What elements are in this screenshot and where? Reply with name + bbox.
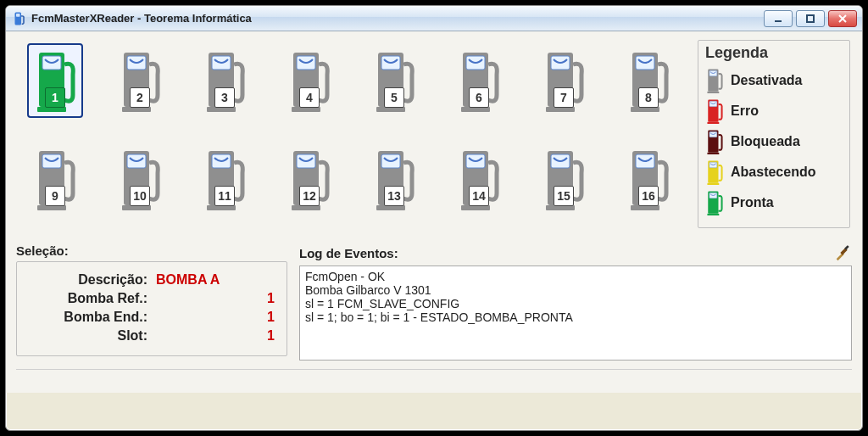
pump-number: 12 [299, 186, 320, 206]
pump-number: 4 [299, 87, 320, 108]
log-title: Log de Eventos: [299, 246, 398, 260]
legend-item-pronta: Pronta [705, 187, 841, 218]
pump-number: 11 [214, 186, 235, 206]
pump-2[interactable]: 2 [112, 43, 168, 118]
pump-number: 14 [469, 186, 489, 206]
pump-icon [705, 159, 724, 186]
pump-icon [705, 67, 724, 94]
legend-label: Abastecendo [731, 165, 815, 180]
pump-number: 8 [638, 87, 659, 108]
window-title: FcmMasterXReader - Teorema Informática [31, 12, 764, 25]
legend-item-abastecendo: Abastecendo [705, 157, 841, 187]
pump-8[interactable]: 8 [620, 43, 676, 118]
pump-number: 6 [469, 87, 489, 108]
pump-icon [705, 189, 724, 216]
pump-6[interactable]: 6 [451, 43, 507, 118]
pump-icon [705, 128, 724, 155]
pump-number: 3 [214, 87, 235, 108]
pump-11[interactable]: 11 [197, 142, 253, 216]
svg-rect-54 [707, 92, 719, 93]
pump-15[interactable]: 15 [536, 142, 592, 216]
minimize-button[interactable] [764, 10, 793, 27]
svg-rect-2 [775, 20, 782, 22]
selection-slot-value: 1 [181, 328, 275, 344]
legend-title: Legenda [705, 44, 841, 62]
svg-rect-60 [707, 153, 719, 154]
pump-number: 13 [384, 186, 404, 206]
legend-item-bloqueada: Bloqueada [705, 126, 841, 157]
pump-number: 10 [130, 186, 150, 206]
legend-label: Erro [731, 103, 759, 119]
pump-10[interactable]: 10 [112, 142, 168, 216]
selection-slot-label: Slot: [29, 328, 147, 344]
legend-item-desativada: Desativada [705, 65, 841, 96]
svg-rect-3 [807, 15, 814, 22]
pump-grid: 1 2 3 4 5 6 [16, 40, 687, 228]
selection-desc-label: Descrição: [29, 272, 147, 288]
legend-label: Desativada [731, 73, 803, 88]
pump-9[interactable]: 9 [27, 142, 83, 216]
svg-rect-57 [707, 122, 719, 124]
window-buttons [764, 10, 857, 27]
selection-ref-value: 1 [181, 291, 275, 306]
svg-rect-66 [707, 214, 719, 215]
pump-13[interactable]: 13 [366, 142, 422, 216]
pump-number: 9 [45, 186, 65, 206]
pump-number: 1 [45, 87, 65, 108]
pump-12[interactable]: 12 [281, 142, 337, 216]
pump-5[interactable]: 5 [366, 43, 422, 118]
legend-label: Bloqueada [731, 134, 800, 149]
selection-title: Seleção: [16, 243, 287, 258]
pump-number: 2 [130, 87, 150, 108]
log-textarea[interactable]: FcmOpen - OK Bomba Gilbarco V 1301 sl = … [299, 266, 852, 361]
pump-14[interactable]: 14 [451, 142, 507, 216]
log-panel: Log de Eventos: FcmOpen - OK Bomba Gilba… [299, 243, 852, 361]
pump-1[interactable]: 1 [27, 43, 83, 118]
selection-ref-label: Bomba Ref.: [29, 291, 147, 306]
pump-number: 5 [384, 87, 404, 108]
pump-number: 16 [638, 186, 659, 206]
selection-end-label: Bomba End.: [29, 310, 147, 325]
selection-desc-value: BOMBA A [147, 272, 275, 288]
svg-rect-63 [707, 183, 719, 185]
pump-4[interactable]: 4 [281, 43, 337, 118]
content-area: 1 2 3 4 5 6 [6, 31, 862, 393]
pump-7[interactable]: 7 [536, 43, 592, 118]
clear-log-button[interactable] [833, 243, 852, 262]
selection-panel: Seleção: Descrição: BOMBA A Bomba Ref.: … [16, 243, 287, 356]
app-window: FcmMasterXReader - Teorema Informática 1 [5, 5, 863, 431]
pump-number: 15 [554, 186, 574, 206]
legend-panel: Legenda Desativada Erro Bloqueada Abaste… [698, 40, 850, 228]
svg-rect-1 [16, 14, 20, 17]
app-icon [11, 11, 26, 26]
selection-box: Descrição: BOMBA A Bomba Ref.: 1 Bomba E… [16, 261, 287, 356]
pump-number: 7 [554, 87, 574, 108]
maximize-button[interactable] [796, 10, 825, 27]
legend-label: Pronta [731, 195, 774, 210]
legend-item-erro: Erro [705, 96, 841, 126]
status-bar [16, 369, 852, 388]
close-button[interactable] [828, 10, 857, 27]
selection-end-value: 1 [181, 310, 275, 325]
titlebar[interactable]: FcmMasterXReader - Teorema Informática [6, 6, 862, 31]
pump-3[interactable]: 3 [197, 43, 253, 118]
pump-icon [705, 98, 724, 125]
pump-16[interactable]: 16 [620, 142, 676, 216]
